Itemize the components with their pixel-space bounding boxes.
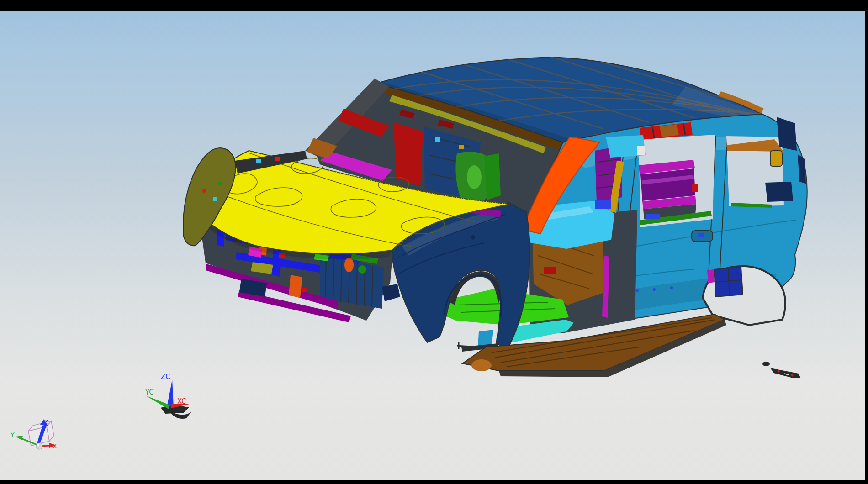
orange-brace bbox=[289, 275, 302, 298]
arch-magenta-sliver bbox=[707, 269, 715, 283]
3d-viewport[interactable]: ZC YC XC Z Y X bbox=[0, 0, 868, 484]
wcs-triad[interactable]: ZC YC XC bbox=[145, 373, 192, 419]
detached-parts bbox=[762, 362, 800, 378]
wcs-y-axis bbox=[145, 395, 170, 409]
sill-bolt bbox=[670, 286, 673, 289]
triad-origin-sphere bbox=[36, 443, 42, 449]
white-bracket bbox=[637, 146, 645, 155]
car-body-model[interactable] bbox=[183, 57, 807, 378]
cad-application-window: ZC YC XC Z Y X bbox=[0, 0, 868, 484]
fender-lower-tab bbox=[382, 284, 400, 301]
view-z-label: Z bbox=[44, 418, 48, 426]
view-orientation-triad[interactable]: Z Y X bbox=[10, 418, 57, 450]
wcs-z-axis bbox=[167, 379, 174, 407]
right-window-bar bbox=[865, 0, 868, 484]
bottom-window-bar bbox=[0, 480, 865, 484]
rear-door-opening-interior bbox=[639, 135, 715, 227]
sill-bolt bbox=[636, 289, 639, 292]
rear-seat-part bbox=[484, 153, 501, 200]
sill-bolt bbox=[653, 288, 656, 291]
d-pillar-inner-panel bbox=[777, 117, 797, 151]
wcs-y-label: YC bbox=[145, 388, 154, 396]
wcs-z-label: ZC bbox=[161, 373, 170, 381]
view-y-label: Y bbox=[10, 431, 15, 438]
view-x-label: X bbox=[53, 442, 57, 450]
door-handle-pocket bbox=[692, 231, 713, 242]
wcs-x-label: XC bbox=[177, 397, 186, 405]
step-blue-part bbox=[595, 200, 611, 209]
floor-red-part bbox=[544, 267, 556, 274]
gold-plate bbox=[770, 151, 782, 166]
quarter-shelf bbox=[765, 182, 793, 202]
